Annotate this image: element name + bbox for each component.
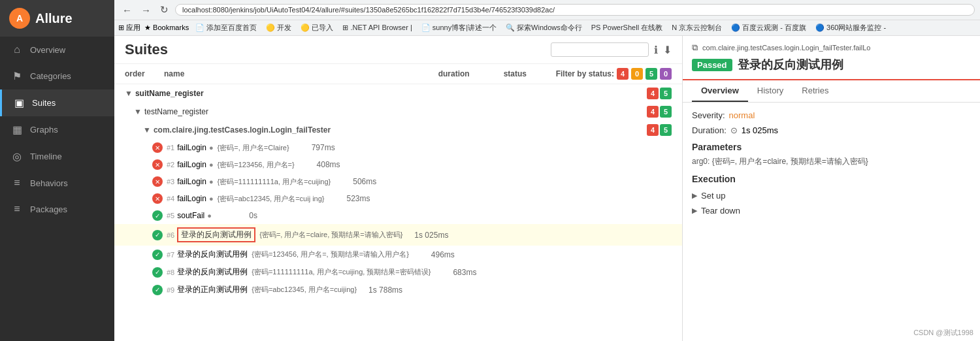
parameters-title: Parameters	[692, 142, 971, 152]
detail-header: ⧉ com.claire.jing.testCases.login.Login_…	[683, 36, 980, 80]
bm-ps[interactable]: PS PowerShell 在线教	[589, 22, 665, 33]
item-params: {密码=123456, 用户名=}	[218, 160, 295, 170]
tree-area: ▼ suitName_register 4 5 ▼ testName_regis…	[114, 84, 682, 341]
sidebar-item-categories[interactable]: ⚑ Categories	[0, 63, 114, 89]
bm-jd[interactable]: N 京东云控制台	[669, 22, 725, 33]
sidebar-item-suites[interactable]: ▣ Suites	[0, 89, 114, 116]
url-bar[interactable]: localhost:8080/jenkins/job/UiAutoTest04/…	[175, 4, 975, 16]
sidebar-item-behaviors[interactable]: ≡ Behaviors	[0, 170, 114, 196]
list-item[interactable]: ✓ #6 登录的反向测试用例 {密码=, 用户名=claire, 预期结果=请输…	[114, 224, 682, 246]
list-item[interactable]: ▼ suitName_register 4 5	[114, 84, 682, 103]
filter-badge-fail[interactable]: 4	[617, 68, 629, 80]
sidebar-item-label: Graphs	[30, 125, 58, 135]
chevron-icon: ▶	[692, 206, 697, 215]
sidebar-item-packages[interactable]: ≡ Packages	[0, 196, 114, 222]
tab-overview[interactable]: Overview	[692, 80, 748, 102]
apps-bookmark[interactable]: ⊞ 应用	[118, 23, 140, 33]
bm-imported[interactable]: 🟡 已导入	[298, 22, 336, 33]
list-item[interactable]: ▼ testName_register 4 5	[114, 103, 682, 121]
bm-baidu2[interactable]: 🔵 百度云观测 - 百度旗	[728, 22, 809, 33]
suites-panel: Suites ℹ ⬇ order name duration status Fi…	[114, 36, 980, 341]
list-item[interactable]: ✕ #1 failLogin ● {密码=, 用户名=Claire} 797ms	[114, 139, 682, 156]
main-content: ← → ↻ localhost:8080/jenkins/job/UiAutoT…	[114, 0, 980, 341]
suites-actions: ℹ ⬇	[551, 42, 672, 57]
filter-badge-broken[interactable]: 0	[631, 68, 643, 80]
filter-badge-skip[interactable]: 0	[660, 68, 672, 80]
list-item[interactable]: ✕ #2 failLogin ● {密码=123456, 用户名=} 408ms	[114, 156, 682, 173]
severity-row: Severity: normal	[692, 110, 971, 120]
bm-360[interactable]: 🔵 360网站服务监控 -	[813, 22, 889, 33]
graph-icon: ▦	[10, 123, 24, 136]
badge-pass: 5	[660, 106, 672, 118]
badge-pass: 5	[660, 88, 672, 99]
badge-fail: 4	[647, 88, 659, 99]
bm-dev[interactable]: 🟡 开发	[263, 22, 294, 33]
detail-title-row: Passed 登录的反向测试用例	[692, 57, 971, 73]
status-fail-icon: ✕	[152, 142, 163, 153]
download-icon[interactable]: ⬇	[663, 44, 672, 56]
list-item[interactable]: ✓ #8 登录的反向测试用例 {密码=111111111a, 用户名=cuiji…	[114, 263, 682, 281]
tree-node-name: com.claire.jing.testCases.login.Login_fa…	[154, 125, 647, 135]
toggle-icon: ▼	[125, 89, 133, 98]
tree-badges: 4 5	[647, 88, 672, 99]
item-params: {密码=abc12345, 用户名=cuij ing}	[218, 194, 325, 204]
detail-panel: ⧉ com.claire.jing.testCases.login.Login_…	[683, 36, 980, 341]
sidebar-item-label: Overview	[30, 45, 65, 55]
tree-badges: 4 5	[647, 106, 672, 118]
bm-net[interactable]: ⊞ .NET API Browser |	[340, 23, 414, 33]
detail-url: ⧉ com.claire.jing.testCases.login.Login_…	[692, 42, 971, 53]
col-name-header[interactable]: name	[164, 69, 438, 78]
bm-sunny[interactable]: 📄 sunny博客|讲述一个	[419, 22, 499, 33]
col-duration-header[interactable]: duration	[438, 69, 504, 78]
home-icon: ⌂	[10, 44, 24, 56]
status-pass-icon: ✓	[152, 250, 163, 260]
info-icon[interactable]: ℹ	[654, 44, 658, 56]
sidebar-item-overview[interactable]: ⌂ Overview	[0, 37, 114, 63]
sidebar-item-label: Packages	[30, 204, 67, 214]
list-item[interactable]: ✓ #5 soutFail ● 0s	[114, 207, 682, 224]
sidebar: A Allure ⌂ Overview ⚑ Categories ▣ Suite…	[0, 0, 114, 341]
bm-baidu[interactable]: 📄 添加至百度首页	[193, 22, 259, 33]
tree-node-name: testName_register	[144, 107, 647, 116]
browser-bar: ← → ↻ localhost:8080/jenkins/job/UiAutoT…	[114, 0, 980, 20]
sidebar-item-label: Suites	[32, 98, 56, 108]
table-header: order name duration status Filter by sta…	[114, 64, 682, 84]
filter-badge-pass[interactable]: 5	[645, 68, 657, 80]
back-button[interactable]: ←	[120, 3, 135, 17]
tab-retries[interactable]: Retries	[792, 80, 838, 102]
copy-icon[interactable]: ⧉	[692, 42, 698, 52]
filter-label: Filter by status:	[556, 69, 614, 78]
col-status-header[interactable]: status	[504, 69, 556, 78]
list-item[interactable]: ✕ #4 failLogin ● {密码=abc12345, 用户名=cuij …	[114, 190, 682, 207]
search-input[interactable]	[551, 42, 649, 57]
toggle-icon: ▼	[134, 107, 142, 116]
list-item[interactable]: ▼ com.claire.jing.testCases.login.Login_…	[114, 121, 682, 139]
bullet-icon: ●	[209, 161, 214, 169]
badge-fail: 4	[647, 106, 659, 118]
item-params: {密码=111111111a, 用户名=cuijing}	[218, 177, 331, 187]
item-num: #3	[167, 178, 174, 186]
sidebar-item-timeline[interactable]: ◎ Timeline	[0, 143, 114, 170]
teardown-item[interactable]: ▶ Tear down	[692, 203, 971, 218]
tab-history[interactable]: History	[748, 80, 792, 102]
item-method: soutFail	[177, 211, 204, 220]
item-method: 登录的反向测试用例	[177, 249, 248, 260]
col-order-header[interactable]: order	[125, 69, 164, 78]
sidebar-item-label: Timeline	[30, 152, 62, 161]
item-num: #6	[167, 231, 174, 239]
setup-item[interactable]: ▶ Set up	[692, 188, 971, 203]
item-duration: 408ms	[295, 160, 340, 169]
sidebar-item-graphs[interactable]: ▦ Graphs	[0, 116, 114, 143]
bm-windows[interactable]: 🔍 探索Windows命令行	[503, 22, 585, 33]
list-item[interactable]: ✓ #7 登录的反向测试用例 {密码=123456, 用户名=, 预期结果=请输…	[114, 246, 682, 263]
suites-list: Suites ℹ ⬇ order name duration status Fi…	[114, 36, 683, 341]
logo-icon: A	[9, 8, 30, 29]
clock-icon: ⊙	[730, 125, 738, 135]
list-item[interactable]: ✕ #3 failLogin ● {密码=111111111a, 用户名=cui…	[114, 173, 682, 190]
status-pass-icon: ✓	[152, 210, 163, 221]
logo-text: Allure	[35, 11, 73, 26]
item-method: failLogin	[177, 160, 206, 169]
reload-button[interactable]: ↻	[157, 3, 171, 17]
list-item[interactable]: ✓ #9 登录的正向测试用例 {密码=abc12345, 用户名=cuijing…	[114, 281, 682, 299]
forward-button[interactable]: →	[139, 3, 154, 17]
